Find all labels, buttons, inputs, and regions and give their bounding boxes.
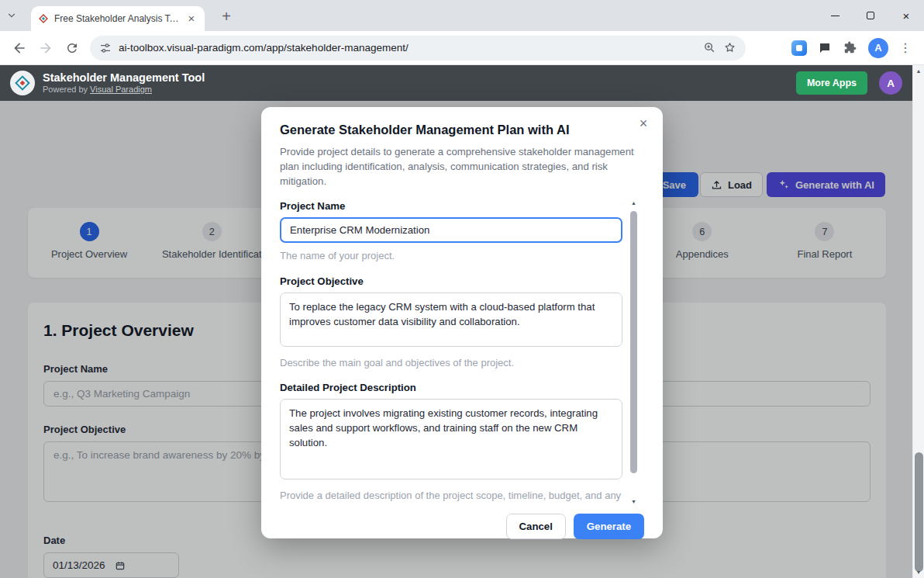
scrollbar-up-icon[interactable]: ▲ xyxy=(913,68,924,74)
more-apps-button[interactable]: More Apps xyxy=(796,71,867,95)
page-scrollbar[interactable]: ▲ ▼ xyxy=(912,65,924,578)
modal-scrollbar-down-icon[interactable]: ▼ xyxy=(629,499,638,504)
scrollbar-down-icon[interactable]: ▼ xyxy=(913,569,924,575)
modal-project-description-help: Provide a detailed description of the pr… xyxy=(280,489,622,505)
site-settings-icon[interactable] xyxy=(99,42,112,54)
modal-project-description-textarea[interactable]: The project involves migrating existing … xyxy=(280,399,622,479)
extension-icon[interactable] xyxy=(791,40,807,56)
modal-scrollbar-up-icon[interactable]: ▲ xyxy=(629,200,638,206)
zoom-icon[interactable] xyxy=(703,41,716,54)
new-tab-button[interactable]: + xyxy=(215,5,237,27)
powered-by: Powered byVisual Paradigm xyxy=(43,85,205,95)
tab-search-chevron-icon[interactable] xyxy=(6,10,17,24)
modal-scrollbar-thumb[interactable] xyxy=(630,211,637,473)
modal-scroll-area: Project Name The name of your project. P… xyxy=(280,200,644,504)
modal-project-description-label: Detailed Project Description xyxy=(280,382,622,393)
user-avatar[interactable]: A xyxy=(879,71,902,95)
chat-extension-icon[interactable] xyxy=(818,41,832,55)
url-text[interactable]: ai-toolbox.visual-paradigm.com/app/stake… xyxy=(119,42,409,54)
address-bar[interactable]: ai-toolbox.visual-paradigm.com/app/stake… xyxy=(90,36,746,61)
back-icon[interactable] xyxy=(6,35,33,61)
modal-project-name-input[interactable] xyxy=(280,217,622,243)
visual-paradigm-logo xyxy=(10,71,35,95)
generate-ai-modal: × Generate Stakeholder Management Plan w… xyxy=(261,107,663,538)
browser-menu-icon[interactable]: ⋮ xyxy=(899,40,912,55)
modal-footer: Cancel Generate xyxy=(280,514,644,539)
browser-toolbar: ai-toolbox.visual-paradigm.com/app/stake… xyxy=(0,31,924,65)
modal-project-objective-textarea[interactable]: To replace the legacy CRM system with a … xyxy=(280,292,622,347)
window-controls: × xyxy=(817,0,924,31)
window-minimize-button[interactable] xyxy=(817,0,853,31)
modal-project-objective-label: Project Objective xyxy=(280,275,622,287)
visual-paradigm-link[interactable]: Visual Paradigm xyxy=(90,85,152,94)
tab-title: Free Stakeholder Analysis Tool xyxy=(54,13,180,24)
browser-profile-avatar[interactable]: A xyxy=(868,38,888,58)
page-scrollbar-thumb[interactable] xyxy=(915,452,923,572)
modal-description: Provide project details to generate a co… xyxy=(280,144,644,189)
tab-close-icon[interactable]: × xyxy=(185,12,198,25)
browser-tab[interactable]: Free Stakeholder Analysis Tool × xyxy=(31,6,205,31)
browser-window: Free Stakeholder Analysis Tool × + × ai-… xyxy=(0,0,924,578)
app-title: Stakeholder Management Tool xyxy=(43,71,205,85)
browser-actions: A ⋮ xyxy=(785,38,918,58)
window-close-button[interactable]: × xyxy=(888,0,924,31)
modal-close-icon[interactable]: × xyxy=(635,115,652,132)
modal-scrollbar[interactable]: ▲ ▼ xyxy=(629,200,638,504)
modal-project-name-help: The name of your project. xyxy=(280,249,622,263)
extensions-puzzle-icon[interactable] xyxy=(843,40,857,55)
tab-favicon-icon xyxy=(38,13,49,24)
forward-icon[interactable] xyxy=(33,35,59,61)
cancel-button[interactable]: Cancel xyxy=(506,514,566,539)
modal-title: Generate Stakeholder Management Plan wit… xyxy=(280,123,644,137)
reload-icon[interactable] xyxy=(59,35,85,61)
bookmark-star-icon[interactable] xyxy=(723,41,736,54)
window-maximize-button[interactable] xyxy=(853,0,888,31)
modal-project-name-label: Project Name xyxy=(280,200,622,212)
generate-button[interactable]: Generate xyxy=(574,514,644,539)
modal-project-objective-help: Describe the main goal and objectives of… xyxy=(280,356,622,370)
app-header: Stakeholder Management Tool Powered byVi… xyxy=(0,65,912,101)
tab-strip: Free Stakeholder Analysis Tool × + × xyxy=(0,0,924,31)
